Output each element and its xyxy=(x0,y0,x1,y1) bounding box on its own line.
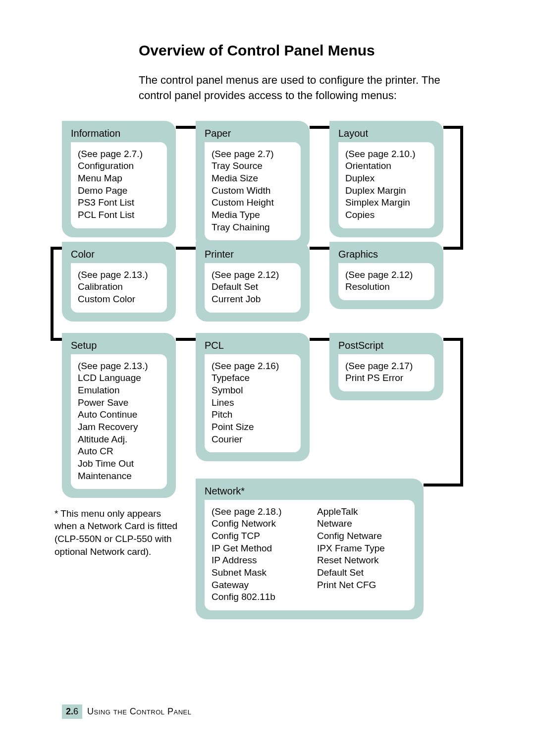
menu-title: Paper xyxy=(205,128,301,139)
menu-title: Graphics xyxy=(338,249,434,260)
menu-card-layout: Layout (See page 2.10.)OrientationDuplex… xyxy=(329,121,443,237)
connector xyxy=(176,338,196,341)
page-number: 6 xyxy=(73,706,78,716)
menu-body: (See page 2.7)Tray SourceMedia SizeCusto… xyxy=(205,142,301,241)
menu-title: Printer xyxy=(205,249,301,260)
menu-body: (See page 2.12)Resolution xyxy=(338,263,434,300)
menu-body: (See page 2.13.)LCD LanguageEmulationPow… xyxy=(71,354,167,489)
connector xyxy=(310,338,329,341)
menu-title: Layout xyxy=(338,128,434,139)
page-footer: 2.6 Using the Control Panel xyxy=(62,704,191,719)
connector xyxy=(460,126,463,250)
footnote: * This menu only appears when a Network … xyxy=(54,507,183,558)
connector xyxy=(310,126,329,129)
connector xyxy=(176,247,196,250)
menu-diagram: Information (See page 2.7.)Configuration… xyxy=(62,121,498,646)
page-heading: Overview of Control Panel Menus xyxy=(139,42,488,59)
connector xyxy=(176,126,196,129)
section-label: Using the Control Panel xyxy=(87,706,191,717)
menu-card-information: Information (See page 2.7.)Configuration… xyxy=(62,121,176,237)
connector xyxy=(51,247,54,341)
menu-body: (See page 2.13.)CalibrationCustom Color xyxy=(71,263,167,313)
connector xyxy=(424,484,463,486)
menu-title: Color xyxy=(71,249,167,260)
menu-body-col1: (See page 2.18.)Config NetworkConfig TCP… xyxy=(212,506,302,604)
connector xyxy=(443,247,463,250)
menu-card-paper: Paper (See page 2.7)Tray SourceMedia Siz… xyxy=(196,121,310,250)
menu-title: Network* xyxy=(205,486,415,497)
menu-title: Information xyxy=(71,128,167,139)
menu-card-graphics: Graphics (See page 2.12)Resolution xyxy=(329,242,443,309)
menu-body-col2: AppleTalkNetwareConfig NetwareIPX Frame … xyxy=(317,506,408,604)
menu-card-setup: Setup (See page 2.13.)LCD LanguageEmulat… xyxy=(62,333,176,498)
menu-body: (See page 2.10.)OrientationDuplexDuplex … xyxy=(338,142,434,228)
chapter-number: 2. xyxy=(66,706,73,716)
page: Overview of Control Panel Menus The cont… xyxy=(0,0,535,756)
menu-body: (See page 2.18.)Config NetworkConfig TCP… xyxy=(205,500,415,611)
menu-card-printer: Printer (See page 2.12)Default SetCurren… xyxy=(196,242,310,322)
menu-card-postscript: PostScript (See page 2.17)Print PS Error xyxy=(329,333,443,400)
connector xyxy=(310,247,329,250)
connector xyxy=(51,338,63,341)
menu-title: PostScript xyxy=(338,340,434,351)
connector xyxy=(460,338,463,486)
menu-card-color: Color (See page 2.13.)CalibrationCustom … xyxy=(62,242,176,322)
page-number-badge: 2.6 xyxy=(62,704,82,719)
menu-body: (See page 2.7.)ConfigurationMenu MapDemo… xyxy=(71,142,167,228)
menu-card-pcl: PCL (See page 2.16)TypefaceSymbolLinesPi… xyxy=(196,333,310,462)
menu-body: (See page 2.16)TypefaceSymbolLinesPitchP… xyxy=(205,354,301,453)
intro-paragraph: The control panel menus are used to conf… xyxy=(139,73,456,104)
menu-card-network: Network* (See page 2.18.)Config NetworkC… xyxy=(196,479,424,620)
menu-body: (See page 2.17)Print PS Error xyxy=(338,354,434,391)
menu-title: Setup xyxy=(71,340,167,351)
menu-title: PCL xyxy=(205,340,301,351)
menu-body: (See page 2.12)Default SetCurrent Job xyxy=(205,263,301,313)
